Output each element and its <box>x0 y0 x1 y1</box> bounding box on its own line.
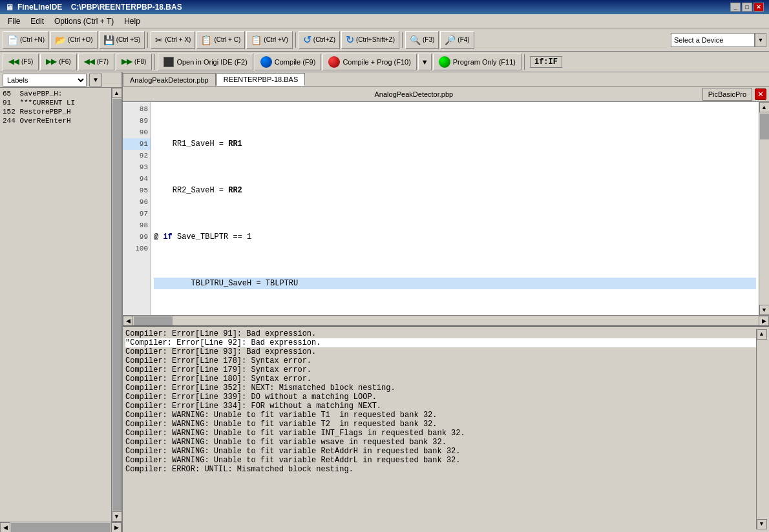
vscroll-thumb[interactable] <box>760 114 769 139</box>
list-item[interactable]: 152 RestorePBP_H <box>1 107 110 116</box>
device-input[interactable] <box>671 33 755 47</box>
code-line-88: RR1_SaveH = RR1 <box>154 138 756 150</box>
undo-button[interactable]: ↺ (Ctrl+Z) <box>299 31 340 49</box>
code-line-89: RR2_SaveH = RR2 <box>154 185 756 196</box>
vscroll-up-button[interactable]: ▲ <box>759 102 770 112</box>
cut-button[interactable]: ✂ (Ctrl + X) <box>151 31 195 49</box>
save-button[interactable]: 💾 (Ctrl +S) <box>99 31 145 49</box>
list-item[interactable]: 244 OverReEnterH <box>1 116 110 125</box>
line-num-98: 98 <box>123 220 151 231</box>
menu-edit[interactable]: Edit <box>25 15 49 27</box>
indent-out-icon: ◀◀ <box>8 57 19 66</box>
cut-label: (Ctrl + X) <box>165 36 191 43</box>
left-scrollbar[interactable]: ▲ ▼ <box>111 88 121 522</box>
f5-button[interactable]: ◀◀ (F5) <box>3 54 39 70</box>
filter-button[interactable]: ▼ <box>89 74 102 87</box>
code-hscrollbar[interactable]: ◀ ▶ <box>123 315 769 325</box>
f7-label: (F7) <box>97 58 109 65</box>
code-line-90: @ if Save_TBLPTR == 1 <box>154 231 756 243</box>
left-hscrollbar[interactable]: ◀ ▶ <box>0 522 121 532</box>
code-editor[interactable]: RR1_SaveH = RR1 RR2_SaveH = RR2 @ if Sav… <box>151 102 759 315</box>
menu-file[interactable]: File <box>3 15 25 27</box>
cut-icon: ✂ <box>155 35 163 45</box>
output-line-4: Compiler: Error[Line 178]: Syntax error. <box>125 356 756 365</box>
output-panel[interactable]: Compiler: Error[Line 91]: Bad expression… <box>123 325 769 532</box>
orig-ide-button[interactable]: Open in Origi IDE (F2) <box>158 54 253 70</box>
f7-button[interactable]: ◀◀ (F7) <box>78 54 114 70</box>
save-label: (Ctrl +S) <box>116 36 141 43</box>
compile-label: Compile (F9) <box>275 58 316 66</box>
labels-dropdown[interactable]: Labels <box>3 74 87 87</box>
f6-button[interactable]: ▶▶ (F6) <box>40 54 76 70</box>
scroll-thumb[interactable] <box>112 99 121 511</box>
output-line-5: Compiler: Error[Line 179]: Syntax error. <box>125 365 756 374</box>
line-num-100: 100 <box>123 243 151 254</box>
out-scroll-down[interactable]: ▼ <box>757 519 767 529</box>
output-line-8: Compiler: Error[Line 339]: DO without a … <box>125 393 756 402</box>
f5-label: (F5) <box>21 58 33 65</box>
separator-1 <box>147 32 148 48</box>
maximize-button[interactable]: □ <box>742 3 752 12</box>
undo-label: (Ctrl+Z) <box>313 36 335 43</box>
output-scrollbar[interactable]: ▲ ▼ <box>756 329 766 529</box>
code-hscroll-right[interactable]: ▶ <box>759 316 769 326</box>
menu-help[interactable]: Help <box>119 15 145 27</box>
code-hscroll-left[interactable]: ◀ <box>123 316 133 326</box>
output-line-7: Compiler: Error[Line 352]: NEXT: Mismatc… <box>125 384 756 393</box>
output-line-13: Compiler: WARNING: Unable to fit variabl… <box>125 438 756 447</box>
code-hscroll-thumb[interactable] <box>134 316 173 325</box>
window-controls: _ □ ✕ <box>730 3 764 12</box>
toolbar-2: ◀◀ (F5) ▶▶ (F6) ◀◀ (F7) ▶▶ (F8) Open in … <box>0 52 769 72</box>
f8-button[interactable]: ▶▶ (F8) <box>116 54 152 70</box>
device-selector: ▼ <box>671 33 766 47</box>
right-scrollbar[interactable]: ▲ ▼ <box>759 102 769 315</box>
hscroll-left-button[interactable]: ◀ <box>0 522 10 533</box>
paste-icon: 📋 <box>251 35 262 45</box>
f8-icon: ▶▶ <box>121 57 132 66</box>
compile-prog-button[interactable]: Compile + Prog (F10) <box>322 54 416 70</box>
line-num-99: 99 <box>123 231 151 243</box>
line-num-92: 92 <box>123 150 151 161</box>
compile-button[interactable]: Compile (F9) <box>255 54 322 70</box>
paste-label: (Ctrl +V) <box>264 36 288 43</box>
hscroll-thumb[interactable] <box>11 523 111 532</box>
line-num-95: 95 <box>123 185 151 196</box>
app-icon: 🖥 <box>5 3 14 12</box>
scroll-up-button[interactable]: ▲ <box>112 88 122 98</box>
find-icon: 🔍 <box>410 35 421 45</box>
hscroll-right-button[interactable]: ▶ <box>111 522 121 533</box>
line-num-90: 90 <box>123 127 151 138</box>
find-label: (F3) <box>423 36 434 43</box>
list-item[interactable]: 65 SavePBP_H: <box>1 89 110 98</box>
tab-analog[interactable]: AnalogPeakDetector.pbp <box>123 73 216 86</box>
code-container: 88 89 90 91 92 93 94 95 96 97 98 99 100 … <box>123 102 769 315</box>
copy-icon: 📋 <box>201 35 212 45</box>
output-line-11: Compiler: WARNING: Unable to fit variabl… <box>125 420 756 429</box>
f7-icon: ◀◀ <box>84 57 94 66</box>
vscroll-down-button[interactable]: ▼ <box>759 305 770 315</box>
open-button[interactable]: 📂 (Ctrl +O) <box>50 31 98 49</box>
copy-button[interactable]: 📋 (Ctrl + C) <box>196 31 245 49</box>
minimize-button[interactable]: _ <box>730 3 741 12</box>
menu-options[interactable]: Options (Ctrl + T) <box>49 15 119 27</box>
out-scroll-up[interactable]: ▲ <box>757 329 767 340</box>
tab-reenter[interactable]: REENTERPBP-18.BAS <box>216 73 306 86</box>
findnext-button[interactable]: 🔎 (F4) <box>440 31 474 49</box>
prog-only-button[interactable]: Program Only (F11) <box>433 54 521 70</box>
paste-button[interactable]: 📋 (Ctrl +V) <box>246 31 293 49</box>
line-num-88: 88 <box>123 103 151 115</box>
picbasicpro-button[interactable]: PicBasicPro <box>702 88 752 101</box>
new-button[interactable]: 📄 (Ctrl +N) <box>3 31 49 49</box>
find-button[interactable]: 🔍 (F3) <box>405 31 439 49</box>
prog-only-label: Program Only (F11) <box>453 58 516 66</box>
device-dropdown-button[interactable]: ▼ <box>755 33 766 47</box>
output-line-2: "Compiler: Error[Line 92]: Bad expressio… <box>125 338 756 347</box>
compile-prog-dropdown[interactable]: ▼ <box>418 54 432 70</box>
redo-button[interactable]: ↻ (Ctrl+Shift+Z) <box>341 31 399 49</box>
scroll-down-button[interactable]: ▼ <box>112 511 122 522</box>
copy-label: (Ctrl + C) <box>214 36 240 43</box>
close-file-button[interactable]: ✕ <box>755 88 766 100</box>
close-button[interactable]: ✕ <box>753 3 764 12</box>
list-item[interactable]: 91 ***CURRENT LI <box>1 98 110 107</box>
f8-label: (F8) <box>134 58 146 65</box>
